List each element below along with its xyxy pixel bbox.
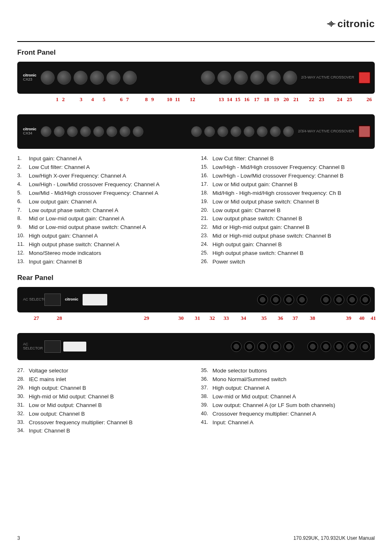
device-type-label: 2/3-WAY ACTIVE CROSSOVER: [300, 76, 356, 80]
list-item: 30.High-mid or Mid output: Channel B: [17, 393, 191, 401]
list-item-text: Low/High - Low/Mid crossover Frequency: …: [29, 180, 159, 189]
list-item: 15.Low/High - Mid/High crossover Frequen…: [201, 163, 375, 172]
list-item: 7.Low output phase switch: Channel A: [17, 206, 191, 215]
list-item-text: Mid or Low-mid output phase switch: Chan…: [29, 223, 146, 232]
list-item-text: Low/High - Low/Mid crossover Frequency: …: [212, 172, 344, 180]
list-item: 37.High output: Channel A: [201, 384, 375, 393]
list-item-number: 10.: [17, 232, 29, 240]
list-item: 28.IEC mains inlet: [17, 375, 191, 384]
list-item: 22.Mid or High-mid output gain: Channel …: [201, 223, 375, 232]
list-item-number: 26.: [201, 258, 212, 266]
list-item: 8.Mid or Low-mid output gain: Channel A: [17, 215, 191, 223]
list-item-number: 33.: [17, 419, 29, 427]
front-panel-legend: 1.Input gain: Channel A2.Low Cut filter:…: [17, 155, 375, 266]
list-item-text: Crossover frequency multiplier: Channel …: [212, 410, 316, 419]
list-item-number: 31.: [17, 401, 29, 410]
list-item-text: Input: Channel B: [29, 427, 70, 435]
list-item-number: 6.: [17, 198, 29, 206]
list-item: 33.Crossover frequency multiplier: Chann…: [17, 419, 191, 427]
list-item: 19.Low or Mid output phase switch: Chann…: [201, 198, 375, 206]
list-item: 21.Low output phase switch: Channel B: [201, 215, 375, 223]
list-item-text: Low-mid or Mid output: Channel A: [212, 393, 296, 401]
list-item-number: 37.: [201, 384, 212, 393]
list-item-text: Mid or High-mid output phase switch: Cha…: [212, 232, 331, 240]
list-item: 2.Low Cut filter: Channel A: [17, 163, 191, 172]
list-item-text: Input: Channel A: [212, 419, 254, 427]
list-item-number: 8.: [17, 215, 29, 223]
list-item-number: 39.: [201, 401, 212, 410]
list-item-text: Low or Mid output: Channel B: [29, 401, 102, 410]
front-panel-image-cx23: citronic CX23 2/3-WAY ACTIVE CROSSOVER: [17, 62, 375, 94]
front-legend-left: 1.Input gain: Channel A2.Low Cut filter:…: [17, 155, 191, 266]
rear-panel-heading: Rear Panel: [17, 274, 375, 282]
brand-logo: citronic: [327, 18, 375, 30]
svg-rect-3: [328, 23, 329, 25]
list-item: 40.Crossover frequency multiplier: Chann…: [201, 410, 375, 419]
list-item: 41.Input: Channel A: [201, 419, 375, 427]
list-item-number: 18.: [201, 189, 212, 198]
list-item-text: Low or Mid output phase switch: Channel …: [212, 198, 319, 206]
rear-panel-legend: 27.Voltage selector28.IEC mains inlet29.…: [17, 367, 375, 435]
list-item-text: Voltage selector: [29, 367, 68, 375]
list-item-text: Low output phase switch: Channel A: [29, 206, 118, 215]
list-item: 38.Low-mid or Mid output: Channel A: [201, 393, 375, 401]
list-item: 23.Mid or High-mid output phase switch: …: [201, 232, 375, 240]
list-item-text: High output gain: Channel A: [29, 232, 98, 240]
list-item: 17.Low or Mid output gain: Channel B: [201, 180, 375, 189]
list-item-text: Low output gain: Channel B: [212, 206, 281, 215]
list-item-number: 38.: [201, 393, 212, 401]
list-item-number: 14.: [201, 155, 212, 163]
list-item-text: Crossover frequency multiplier: Channel …: [29, 419, 133, 427]
list-item-text: Power switch: [212, 258, 245, 266]
front-legend-right: 14.Low Cut filter: Channel B15.Low/High …: [201, 155, 375, 266]
list-item: 29.High output: Channel B: [17, 384, 191, 393]
svg-rect-5: [327, 23, 328, 24]
page-number: 3: [17, 535, 20, 541]
device-type-label: 2/3/4-WAY ACTIVE CROSSOVER: [296, 130, 356, 134]
list-item: 26.Power switch: [201, 258, 375, 266]
list-item: 1.Input gain: Channel A: [17, 155, 191, 163]
list-item: 13.Input gain: Channel B: [17, 258, 191, 266]
list-item-text: Mono Normal/Summed switch: [212, 375, 286, 384]
front-panel-heading: Front Panel: [17, 49, 375, 57]
brand-text: citronic: [337, 18, 375, 30]
list-item-number: 29.: [17, 384, 29, 393]
list-item: 10.High output gain: Channel A: [17, 232, 191, 240]
svg-rect-1: [330, 22, 330, 25]
list-item-number: 20.: [201, 206, 212, 215]
list-item-text: Low output: Channel B: [29, 410, 85, 419]
list-item-number: 2.: [17, 163, 29, 172]
list-item-number: 28.: [17, 375, 29, 384]
list-item-text: Input gain: Channel A: [29, 155, 82, 163]
list-item-number: 30.: [17, 393, 29, 401]
list-item: 11.High output phase switch: Channel A: [17, 240, 191, 249]
list-item: 32.Low output: Channel B: [17, 410, 191, 419]
list-item-text: Low/High X-over Frequency: Channel A: [29, 172, 126, 180]
list-item-text: Mid or Low-mid output gain: Channel A: [29, 215, 125, 223]
list-item-number: 25.: [201, 249, 212, 258]
rear-callout-row: 27 28 29 30 31 32 33 34 35 36 37 38 39 4…: [17, 315, 375, 330]
list-item-text: Mid or High-mid output gain: Channel B: [212, 223, 309, 232]
doc-id: 170.929UK, 170.932UK User Manual: [293, 535, 375, 541]
list-item: 39.Low output: Channel A (or LF Sum both…: [201, 401, 375, 410]
list-item: 18.Mid/High - High-mid/High crossover fr…: [201, 189, 375, 198]
list-item-number: 11.: [17, 240, 29, 249]
list-item-number: 34.: [17, 427, 29, 435]
list-item: 6.Low output gain: Channel A: [17, 198, 191, 206]
svg-rect-6: [334, 23, 335, 24]
list-item-text: Low Cut filter: Channel A: [29, 163, 90, 172]
list-item-number: 12.: [17, 249, 29, 258]
device-brand: citronic CX34: [21, 127, 38, 136]
list-item-number: 40.: [201, 410, 212, 419]
list-item-number: 36.: [201, 375, 212, 384]
list-item-number: 3.: [17, 172, 29, 180]
list-item: 14.Low Cut filter: Channel B: [201, 155, 375, 163]
list-item-number: 5.: [17, 189, 29, 198]
list-item-number: 22.: [201, 223, 212, 232]
list-item-number: 1.: [17, 155, 29, 163]
header-rule: [17, 41, 375, 42]
page-footer: 3 170.929UK, 170.932UK User Manual: [17, 535, 375, 541]
list-item: 4.Low/High - Low/Mid crossover Frequency…: [17, 180, 191, 189]
list-item: 36.Mono Normal/Summed switch: [201, 375, 375, 384]
list-item-number: 27.: [17, 367, 29, 375]
